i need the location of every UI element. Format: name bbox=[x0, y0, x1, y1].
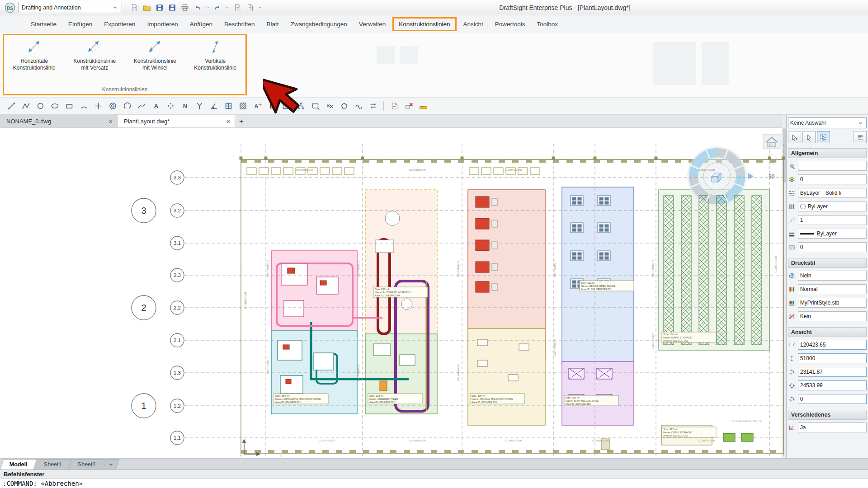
curve-tool-button[interactable] bbox=[352, 100, 365, 113]
vertical-construction-line-button[interactable]: Vertikale Konstruktionslinie bbox=[185, 35, 246, 71]
close-icon[interactable]: × bbox=[217, 118, 230, 125]
transparency-icon bbox=[788, 244, 796, 251]
linecolor-value[interactable]: ByLayer bbox=[798, 202, 867, 211]
break-marks-tool-button[interactable] bbox=[323, 100, 336, 113]
spline-fit-tool-button[interactable]: N bbox=[178, 100, 192, 113]
section-header-allgemein[interactable]: Allgemein bbox=[788, 148, 867, 158]
concentric-circles-tool-button[interactable] bbox=[106, 100, 119, 113]
view-center-x-value[interactable]: 23141.87 bbox=[798, 367, 867, 377]
linescale-value[interactable]: 1 bbox=[798, 215, 867, 225]
lineweight-value[interactable]: ByLayer bbox=[798, 229, 867, 239]
ellipse-tool-button[interactable] bbox=[48, 100, 61, 113]
close-icon[interactable]: × bbox=[99, 118, 113, 125]
save-button[interactable] bbox=[154, 2, 165, 13]
tab-einfuegen[interactable]: Einfügen bbox=[62, 17, 98, 32]
tab-exportieren[interactable]: Exportieren bbox=[98, 17, 141, 32]
caret-button[interactable] bbox=[257, 2, 263, 13]
section-header-ansicht[interactable]: Ansicht bbox=[788, 327, 867, 337]
branch-tool-button[interactable] bbox=[193, 100, 206, 113]
print-color-value[interactable]: Nein bbox=[798, 271, 867, 281]
tab-zwangsbedingungen[interactable]: Zwangsbedingungen bbox=[285, 17, 353, 32]
redo-button[interactable] bbox=[212, 2, 223, 13]
view-center-z-value[interactable]: 0 bbox=[798, 394, 867, 404]
angle-dimension-tool-button[interactable] bbox=[207, 100, 221, 113]
save-all-button[interactable] bbox=[166, 2, 178, 13]
ucs-value[interactable]: Ja bbox=[798, 422, 867, 432]
point-tool-button[interactable] bbox=[91, 100, 105, 113]
view-width-icon bbox=[788, 342, 796, 348]
new-document-tab-button[interactable]: + bbox=[235, 115, 248, 127]
block-button[interactable] bbox=[244, 2, 255, 13]
horizontal-construction-line-button[interactable]: Horizontale Konstruktionslinie bbox=[4, 35, 65, 71]
sheet-tab-sheet1[interactable]: Sheet1 bbox=[34, 459, 71, 469]
selection-dropdown[interactable]: Keine Auswahl bbox=[788, 117, 867, 128]
arc-3point-tool-button[interactable] bbox=[120, 100, 134, 113]
section-header-druckstil[interactable]: Druckstil bbox=[788, 258, 867, 268]
tab-verwalten[interactable]: Verwalten bbox=[353, 17, 392, 32]
tab-importieren[interactable]: Importieren bbox=[141, 17, 184, 32]
section-header-verschiedenes[interactable]: Verschiedenes bbox=[788, 410, 867, 420]
print-table-value[interactable]: MyPrintStyle.stb bbox=[798, 298, 867, 308]
tab-startseite[interactable]: Startseite bbox=[25, 17, 62, 32]
tab-beschriften[interactable]: Beschriften bbox=[218, 17, 261, 32]
sheet-tab-sheet2[interactable]: Sheet2 bbox=[68, 459, 105, 469]
tab-toolbox[interactable]: Toolbox bbox=[531, 17, 564, 32]
doc-tab-noname[interactable]: NONAME_0.dwg × bbox=[0, 115, 118, 127]
select-button[interactable] bbox=[802, 131, 816, 143]
layer-value[interactable]: 0 bbox=[798, 174, 867, 184]
caret-button[interactable] bbox=[204, 2, 210, 13]
select-add-button[interactable] bbox=[788, 131, 801, 143]
print-end-value[interactable]: Kein bbox=[798, 311, 867, 321]
transparency-value[interactable]: 0 bbox=[798, 242, 867, 252]
select-window-button[interactable] bbox=[817, 131, 830, 143]
text-insert-tool-button[interactable]: A bbox=[250, 100, 264, 113]
text-tool-button[interactable]: A bbox=[149, 100, 163, 113]
open-file-button[interactable] bbox=[141, 2, 152, 13]
color-value[interactable] bbox=[798, 161, 867, 171]
tab-powertools[interactable]: Powertools bbox=[489, 17, 531, 32]
hatch-tool-button[interactable] bbox=[236, 100, 250, 113]
circle-tool-button[interactable] bbox=[33, 100, 47, 113]
new-file-button[interactable] bbox=[128, 2, 140, 13]
view-width-value[interactable]: 120423.65 bbox=[798, 340, 867, 350]
linestyle-value[interactable]: ByLayerSolid li bbox=[798, 188, 867, 198]
print-button[interactable] bbox=[179, 2, 190, 13]
export-document-tool-button[interactable] bbox=[387, 100, 401, 113]
caret-button[interactable] bbox=[224, 2, 230, 13]
polygon-tool-button[interactable] bbox=[337, 100, 351, 113]
add-sheet-button[interactable]: + bbox=[103, 459, 119, 469]
tab-anfuegen[interactable]: Anfügen bbox=[184, 17, 218, 32]
measure-ruler-tool-button[interactable] bbox=[416, 100, 430, 113]
drawing-canvas[interactable]: 3213.33.23.12.32.22.11.31.21.1CORRIDORCO… bbox=[0, 128, 782, 458]
command-line[interactable]: :COMMAND: «Abbrechen» bbox=[0, 479, 868, 488]
tab-ansicht[interactable]: Ansicht bbox=[458, 17, 489, 32]
line-tool-button[interactable] bbox=[5, 100, 18, 113]
view-height-value[interactable]: 51000 bbox=[798, 353, 867, 363]
print-style-value[interactable]: Normal bbox=[798, 284, 867, 294]
arc-tool-button[interactable] bbox=[77, 100, 90, 113]
command-window-title[interactable]: Befehlsfenster bbox=[0, 470, 868, 479]
tab-konstruktionslinien[interactable]: Konstruktionslinien bbox=[394, 19, 455, 30]
tab-blatt[interactable]: Blatt bbox=[261, 17, 285, 32]
structure-tree-tool-button[interactable] bbox=[294, 100, 307, 113]
rectangle-tool-button[interactable] bbox=[62, 100, 76, 113]
point-cluster-tool-button[interactable] bbox=[164, 100, 177, 113]
home-view-button[interactable] bbox=[763, 134, 780, 164]
delete-tool-button[interactable] bbox=[402, 100, 415, 113]
angle-construction-line-button[interactable]: Konstruktionslinie mit Winkel bbox=[125, 35, 185, 71]
grid-box-tool-button[interactable] bbox=[222, 100, 235, 113]
view-center-y-value[interactable]: 24533.99 bbox=[798, 380, 867, 390]
sheet-tab-modell[interactable]: Modell bbox=[0, 459, 37, 469]
block-d-tool-button[interactable]: D bbox=[265, 100, 278, 113]
reference-button[interactable] bbox=[231, 2, 243, 13]
selection-window-tool-button[interactable] bbox=[308, 100, 322, 113]
undo-button[interactable] bbox=[192, 2, 203, 13]
polyline-tool-button[interactable] bbox=[19, 100, 33, 113]
text-frame-tool-button[interactable]: A bbox=[279, 100, 293, 113]
panel-options-button[interactable] bbox=[854, 131, 867, 143]
offset-construction-line-button[interactable]: Konstruktionslinie mit Versatz bbox=[65, 35, 125, 71]
spline-tool-button[interactable] bbox=[135, 100, 148, 113]
swap-arrows-tool-button[interactable] bbox=[366, 100, 380, 113]
workspace-dropdown[interactable]: Drafting and Annotation bbox=[19, 2, 122, 13]
doc-tab-plantlayout[interactable]: PlantLayout.dwg* × bbox=[118, 115, 235, 127]
